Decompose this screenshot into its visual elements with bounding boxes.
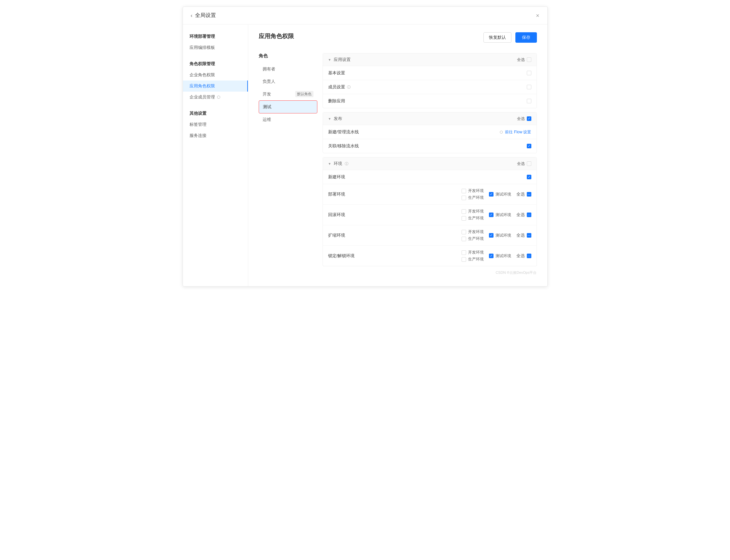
header-title: 全局设置 [195,12,216,19]
group-title: 发布 [334,116,342,122]
permission-row-create-env: 新建环境 [323,170,537,184]
permission-row-deploy-env: 部署环境 开发环境 生产环境 [323,184,537,204]
flow-settings-link[interactable]: 前往 Flow 设置 [505,129,531,135]
group-header-publish: ▼ 发布 全选 [323,112,537,125]
checkbox-remove-pipeline[interactable] [527,144,531,148]
permission-row-rollback-env: 回滚环境 开发环境 生产环境 [323,204,537,225]
group-title: 应用设置 [334,57,350,63]
close-button[interactable]: × [536,13,540,19]
watermark: CSDN ®云效DevOps平台 [322,270,537,275]
sidebar-item-enterprise-role[interactable]: 企业角色权限 [183,69,248,81]
permissions-panel: ▼ 应用设置 全选 基本设置 [322,53,537,275]
sidebar-item-tag-mgmt[interactable]: 标签管理 [183,119,248,130]
permission-row-scale-env: 扩缩环境 开发环境 生产环境 [323,225,537,245]
sidebar-item-app-template[interactable]: 应用编排模板 [183,42,248,53]
checkbox-deploy-test[interactable] [489,192,494,197]
checkbox-deploy-dev[interactable] [462,189,466,193]
main-content: 应用角色权限 恢复默认 保存 角色 拥有者 负责人 [248,24,547,286]
checkbox-delete-app[interactable] [527,99,531,103]
collapse-icon[interactable]: ▼ [328,117,331,121]
group-header-app-settings: ▼ 应用设置 全选 [323,53,537,66]
role-item-ops[interactable]: 运维 [259,113,317,126]
sidebar: 环境部署管理 应用编排模板 角色权限管理 企业角色权限 应用角色权限 企业成员管… [183,24,248,286]
permission-row-delete-app: 删除应用 [323,94,537,108]
collapse-icon[interactable]: ▼ [328,58,331,62]
sidebar-item-member-mgmt[interactable]: 企业成员管理 ⬡ [183,92,248,103]
roles-label: 角色 [259,53,317,59]
header-left: ‹ 全局设置 [191,12,216,19]
checkbox-lock-prod[interactable] [462,257,466,262]
header: ‹ 全局设置 × [183,7,547,24]
page-title: 应用角色权限 [259,32,294,40]
checkbox-rollback-prod[interactable] [462,216,466,221]
sidebar-item-app-role[interactable]: 应用角色权限 [183,81,248,92]
permission-row-basic-settings: 基本设置 [323,66,537,80]
external-link-icon: ⬡ [217,95,220,99]
role-item-owner[interactable]: 拥有者 [259,63,317,75]
role-item-dev[interactable]: 开发 默认角色 [259,88,317,100]
select-all-scale[interactable] [527,233,531,238]
group-title: 环境 [334,161,342,167]
info-icon-member: ⓘ [347,85,350,90]
permission-group-publish: ▼ 发布 全选 新建/管理流水线 ⬡ [322,112,537,153]
roles-list: 角色 拥有者 负责人 开发 默认角色 测试 [259,53,317,275]
body: 环境部署管理 应用编排模板 角色权限管理 企业角色权限 应用角色权限 企业成员管… [183,24,547,286]
permission-row-member-settings: 成员设置 ⓘ [323,80,537,94]
checkbox-deploy-prod[interactable] [462,196,466,200]
external-icon: ⬡ [500,130,503,134]
sidebar-section-role: 角色权限管理 [183,58,248,69]
default-badge: 默认角色 [295,91,313,97]
role-item-test[interactable]: 测试 [259,100,317,113]
checkbox-scale-test[interactable] [489,233,494,238]
checkbox-basic-settings[interactable] [527,71,531,75]
select-all-deploy[interactable] [527,192,531,197]
save-button[interactable]: 保存 [515,32,537,43]
permission-row-manage-pipeline: 新建/管理流水线 ⬡ 前往 Flow 设置 [323,125,537,139]
permission-row-remove-pipeline: 关联/移除流水线 [323,139,537,153]
checkbox-rollback-dev[interactable] [462,209,466,214]
select-all-lock[interactable] [527,254,531,258]
back-arrow-icon[interactable]: ‹ [191,13,192,19]
sidebar-section-env: 环境部署管理 [183,31,248,42]
collapse-icon[interactable]: ▼ [328,162,331,166]
checkbox-member-settings[interactable] [527,85,531,89]
permission-row-lock-env: 锁定/解锁环境 开发环境 生产环境 [323,245,537,266]
sidebar-item-service-connect[interactable]: 服务连接 [183,130,248,141]
checkbox-lock-dev[interactable] [462,250,466,255]
restore-default-button[interactable]: 恢复默认 [484,32,512,43]
checkbox-rollback-test[interactable] [489,213,494,217]
roles-section: 角色 拥有者 负责人 开发 默认角色 测试 [259,53,537,275]
select-all-checkbox-publish[interactable] [527,116,531,121]
checkbox-lock-test[interactable] [489,254,494,258]
checkbox-create-env[interactable] [527,175,531,179]
toolbar: 恢复默认 保存 [484,32,537,43]
checkbox-scale-prod[interactable] [462,237,466,241]
info-icon-env: ⓘ [345,161,348,166]
select-all-checkbox-env[interactable] [527,161,531,166]
sidebar-section-other: 其他设置 [183,108,248,119]
permission-group-env: ▼ 环境 ⓘ 全选 新建环境 [322,157,537,266]
select-all-rollback[interactable] [527,213,531,217]
select-all-checkbox-app-settings[interactable] [527,57,531,62]
permission-group-app-settings: ▼ 应用设置 全选 基本设置 [322,53,537,108]
role-item-responsible[interactable]: 负责人 [259,75,317,88]
group-header-env: ▼ 环境 ⓘ 全选 [323,157,537,170]
checkbox-scale-dev[interactable] [462,230,466,234]
